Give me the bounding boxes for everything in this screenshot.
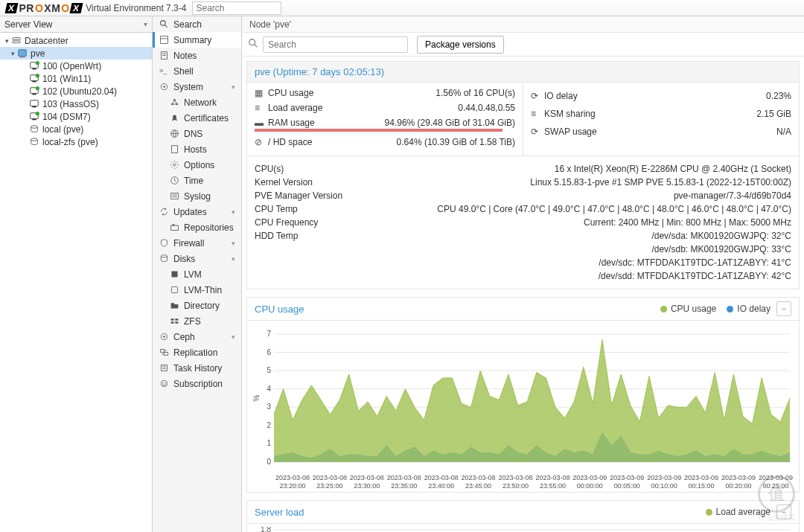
tree-node-100-openwrt-[interactable]: 100 (OpenWrt): [0, 60, 152, 72]
tree-node-102-ubuntu20-04-[interactable]: 102 (Ubuntu20.04): [0, 85, 152, 97]
svg-rect-11: [32, 93, 36, 94]
tree-node-103-hassos-[interactable]: 103 (HassOS): [0, 97, 152, 110]
info-kernel-version: Kernel VersionLinux 5.15.83-1-pve #1 SMP…: [255, 176, 791, 189]
menu-notes[interactable]: Notes: [153, 48, 241, 63]
menu-options[interactable]: Options: [153, 157, 241, 173]
svg-text:4: 4: [267, 385, 271, 393]
menu-subscription[interactable]: Subscription: [153, 376, 241, 391]
storage-icon: [28, 124, 40, 135]
vm-on-icon: [28, 86, 40, 97]
menu-task-history[interactable]: Task History: [153, 360, 241, 376]
menu-network[interactable]: Network: [153, 94, 241, 110]
time-icon: [169, 176, 179, 185]
menu-certificates[interactable]: Certificates: [153, 110, 241, 126]
info-cpu-temp: CPU TempCPU 49.0°C | Core (47.0°C | 49.0…: [255, 202, 791, 216]
menu-firewall[interactable]: Firewall▾: [153, 235, 241, 251]
menu-label: System: [173, 82, 203, 92]
status-cpu-usage: ▦CPU usage1.56% of 16 CPU(s): [255, 86, 515, 100]
menu-repositories[interactable]: Repositories: [153, 219, 241, 235]
svg-rect-35: [171, 146, 177, 153]
menu-system[interactable]: System▾: [153, 79, 241, 94]
chevron-down-icon: ▾: [232, 240, 235, 247]
menu-disks[interactable]: Disks▾: [153, 251, 241, 266]
svg-point-12: [36, 86, 39, 90]
menu-syslog[interactable]: Syslog: [153, 188, 241, 204]
svg-rect-46: [170, 318, 173, 320]
chart-svg: 01234567%: [252, 324, 794, 472]
svg-point-60: [249, 39, 255, 45]
svg-text:5: 5: [267, 366, 271, 374]
svg-point-20: [160, 21, 165, 26]
server-view-combo[interactable]: Server View ▾: [0, 16, 152, 33]
menu-time[interactable]: Time: [153, 173, 241, 188]
svg-point-17: [36, 112, 39, 115]
status-swap-usage: ⟳SWAP usageN/A: [531, 124, 791, 139]
logo-x-icon: X: [69, 3, 82, 13]
global-search-input[interactable]: [192, 1, 281, 15]
svg-text:1.8: 1.8: [261, 527, 271, 532]
menu-label: Disks: [173, 254, 195, 264]
notes-icon: [159, 51, 169, 60]
svg-point-57: [161, 380, 167, 386]
tasks-icon: [159, 363, 169, 373]
svg-point-29: [163, 86, 165, 87]
svg-rect-5: [32, 68, 36, 69]
load-icon: ≡: [255, 103, 268, 113]
cpu-icon: ▦: [255, 88, 268, 98]
x-tick-label: 2023-03-0900:10:00: [645, 474, 683, 490]
system-info: CPU(s)16 x Intel(R) Xeon(R) E-2286M CPU …: [246, 156, 800, 289]
svg-point-6: [36, 61, 39, 65]
svg-line-21: [165, 25, 167, 27]
menu-summary[interactable]: Summary: [153, 32, 241, 48]
menu-label: Hosts: [184, 144, 207, 155]
menu-directory[interactable]: Directory: [153, 298, 241, 313]
menu-lvm[interactable]: LVM: [153, 266, 241, 282]
vm-on-icon: [28, 74, 40, 84]
tree-node-local-zfs-pve-[interactable]: local-zfs (pve): [0, 135, 152, 148]
node-menu: SearchSummaryNotes>_ShellSystem▾NetworkC…: [153, 16, 242, 532]
x-tick-label: 2023-03-0823:55:00: [534, 474, 571, 490]
menu-hosts[interactable]: Hosts: [153, 141, 241, 157]
server-view-panel: Server View ▾ ▾Datacenter▾pve100 (OpenWr…: [0, 16, 153, 532]
menu-label: Summary: [173, 35, 211, 45]
tree-node-label: 101 (Win11): [42, 74, 91, 84]
x-tick-label: 2023-03-0823:35:00: [386, 474, 423, 490]
menu-shell[interactable]: >_Shell: [153, 63, 241, 79]
menu-label: Firewall: [173, 238, 204, 249]
tree-node-local-pve-[interactable]: local (pve): [0, 123, 152, 135]
chart-options-button[interactable]: −: [776, 301, 791, 316]
svg-text:3: 3: [267, 403, 271, 411]
tree-node-pve[interactable]: ▾pve: [0, 47, 152, 60]
svg-rect-53: [164, 353, 168, 356]
tree-node-101-win11-[interactable]: 101 (Win11): [0, 72, 152, 85]
content-search-input[interactable]: [263, 36, 408, 53]
menu-label: Options: [184, 160, 214, 170]
tree-node-datacenter[interactable]: ▾Datacenter: [0, 34, 152, 47]
status-ram-usage: ▬RAM usage94.96% (29.48 GiB of 31.04 GiB…: [255, 115, 515, 130]
tree-node-104-dsm7-[interactable]: 104 (DSM7): [0, 110, 152, 123]
svg-rect-44: [171, 271, 177, 277]
x-tick-label: 2023-03-0823:20:00: [274, 474, 311, 490]
chart-options-button[interactable]: −: [776, 504, 791, 519]
menu-dns[interactable]: DNS: [153, 126, 241, 141]
menu-label: Shell: [173, 66, 194, 77]
menu-replication[interactable]: Replication: [153, 344, 241, 360]
vm-on-icon: [28, 112, 40, 122]
tree-node-label: local-zfs (pve): [42, 137, 98, 147]
legend-dot-icon: [706, 509, 712, 516]
menu-search[interactable]: Search: [153, 16, 241, 32]
svg-point-9: [36, 74, 39, 77]
package-versions-button[interactable]: Package versions: [417, 36, 504, 54]
info-hdd-temp: HDD Temp/dev/sda: MK001920GWJPQ: 32°C /d…: [255, 229, 791, 283]
menu-zfs[interactable]: ZFS: [153, 313, 241, 329]
system-icon: [159, 82, 169, 92]
svg-rect-16: [32, 118, 36, 120]
x-tick-label: 2023-03-0823:45:00: [460, 474, 497, 490]
menu-ceph[interactable]: Ceph▾: [153, 329, 241, 344]
svg-point-18: [31, 125, 38, 128]
menu-label: Subscription: [173, 379, 223, 389]
menu-updates[interactable]: Updates▾: [153, 204, 241, 219]
menu-lvm-thin[interactable]: LVM-Thin: [153, 282, 241, 298]
menu-label: Task History: [173, 363, 222, 374]
chevron-down-icon: ▾: [232, 208, 235, 216]
